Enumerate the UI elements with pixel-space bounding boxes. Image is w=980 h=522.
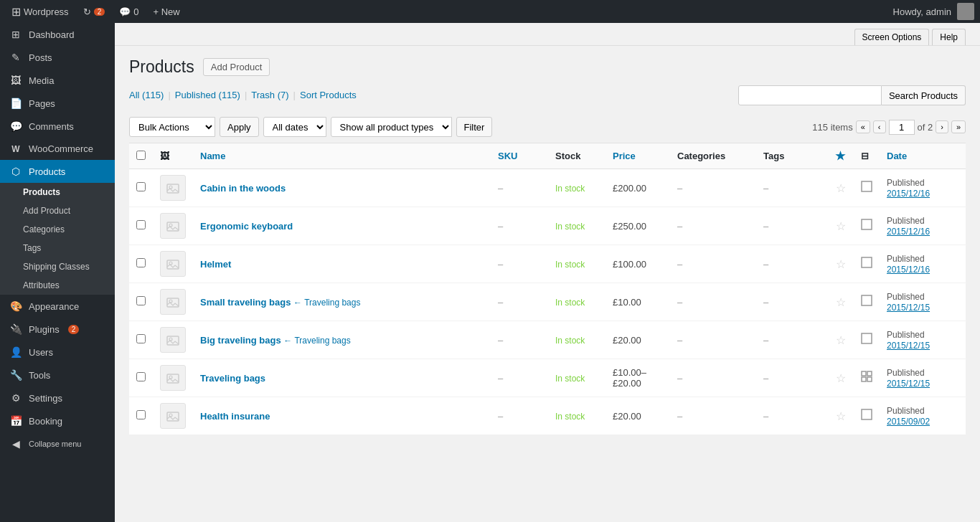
- sidebar-sub-item-shipping-classes[interactable]: Shipping Classes: [0, 257, 115, 276]
- appearance-icon: 🎨: [9, 300, 23, 312]
- row-star-icon[interactable]: ☆: [836, 410, 846, 422]
- add-product-button[interactable]: Add Product: [203, 58, 270, 76]
- avatar[interactable]: [957, 3, 974, 20]
- sidebar-item-comments[interactable]: 💬 Comments: [0, 115, 115, 138]
- sidebar-sub-item-products[interactable]: Products: [0, 183, 115, 201]
- pagination-first-button[interactable]: «: [856, 120, 870, 133]
- sidebar-item-label: Collapse menu: [29, 440, 81, 448]
- product-name-link[interactable]: Big traveling bags: [200, 335, 281, 346]
- product-name-link[interactable]: Traveling bags: [200, 373, 265, 384]
- sidebar-item-tools[interactable]: 🔧 Tools: [0, 364, 115, 386]
- row-date-cell: Published 2015/12/15: [880, 321, 966, 359]
- date-value[interactable]: 2015/12/16: [887, 265, 930, 275]
- filter-all-link[interactable]: All (115): [129, 90, 164, 100]
- row-checkbox[interactable]: [136, 334, 146, 343]
- sidebar-item-collapse[interactable]: ◀ Collapse menu: [0, 432, 115, 455]
- row-checkbox-cell: [129, 283, 153, 321]
- price-col-header[interactable]: Price: [606, 143, 670, 169]
- sidebar-item-pages[interactable]: 📄 Pages: [0, 92, 115, 115]
- screen-options-button[interactable]: Screen Options: [854, 29, 930, 45]
- product-name-link[interactable]: Health insurane: [200, 411, 270, 422]
- date-value[interactable]: 2015/09/02: [887, 417, 930, 427]
- sidebar-item-products[interactable]: ⬡ Products: [0, 160, 115, 183]
- select-all-checkbox[interactable]: [136, 151, 146, 160]
- product-name-link[interactable]: Cabin in the woods: [200, 183, 286, 194]
- page-number-input[interactable]: [889, 120, 915, 135]
- svg-rect-14: [862, 333, 872, 343]
- table-row: Big traveling bags ← Traveling bags – In…: [129, 321, 966, 359]
- sidebar-item-media[interactable]: 🖼 Media: [0, 69, 115, 92]
- wordpress-icon: ⊞: [11, 5, 21, 19]
- pagination-prev-button[interactable]: ‹: [873, 120, 886, 133]
- sidebar-item-settings[interactable]: ⚙ Settings: [0, 386, 115, 409]
- sidebar-sub-item-categories[interactable]: Categories: [0, 220, 115, 239]
- apply-button[interactable]: Apply: [220, 117, 259, 137]
- users-icon: 👤: [9, 346, 23, 358]
- sidebar-item-posts[interactable]: ✎ Posts: [0, 46, 115, 69]
- sidebar-item-label: Tools: [29, 370, 50, 381]
- sidebar-item-users[interactable]: 👤 Users: [0, 341, 115, 364]
- product-thumbnail: [160, 251, 186, 277]
- row-checkbox[interactable]: [136, 182, 146, 191]
- parent-link[interactable]: ← Traveling bags: [293, 298, 360, 308]
- svg-rect-11: [862, 295, 872, 305]
- filter-published-link[interactable]: Published (115): [175, 90, 240, 100]
- updates-link[interactable]: ↻ 2: [77, 6, 111, 17]
- row-star-icon[interactable]: ☆: [836, 334, 846, 346]
- filter-button[interactable]: Filter: [456, 117, 493, 137]
- product-thumbnail: [160, 327, 186, 353]
- filter-trash-link[interactable]: Trash (7): [251, 90, 288, 100]
- search-input[interactable]: [738, 85, 882, 105]
- row-checkbox[interactable]: [136, 410, 146, 419]
- help-button[interactable]: Help: [932, 29, 966, 45]
- svg-point-7: [169, 262, 172, 265]
- product-name-link[interactable]: Small traveling bags: [200, 297, 291, 308]
- sidebar-sub-item-add-product[interactable]: Add Product: [0, 201, 115, 220]
- sidebar-item-booking[interactable]: 📅 Booking: [0, 409, 115, 432]
- date-value[interactable]: 2015/12/15: [887, 341, 930, 351]
- row-star-icon[interactable]: ☆: [836, 258, 846, 270]
- bulk-actions-select[interactable]: Bulk Actions: [129, 117, 215, 137]
- sidebar-sub-item-attributes[interactable]: Attributes: [0, 276, 115, 295]
- date-value[interactable]: 2015/12/15: [887, 379, 930, 389]
- sidebar-item-dashboard[interactable]: ⊞ Dashboard: [0, 23, 115, 46]
- row-thumb-cell: [153, 397, 193, 435]
- row-star-icon[interactable]: ☆: [836, 182, 846, 194]
- sidebar-sub-item-tags[interactable]: Tags: [0, 239, 115, 257]
- row-checkbox[interactable]: [136, 258, 146, 267]
- sku-col-header[interactable]: SKU: [491, 143, 548, 169]
- type-col-header: ⊟: [854, 143, 880, 169]
- date-value[interactable]: 2015/12/15: [887, 303, 930, 313]
- date-value[interactable]: 2015/12/16: [887, 189, 930, 199]
- row-star-icon[interactable]: ☆: [836, 296, 846, 308]
- date-value[interactable]: 2015/12/16: [887, 227, 930, 237]
- comments-link[interactable]: 💬 0: [113, 6, 144, 17]
- product-name-link[interactable]: Helmet: [200, 259, 231, 270]
- row-checkbox[interactable]: [136, 372, 146, 381]
- categories-col-header: Categories: [670, 143, 756, 169]
- pagination-last-button[interactable]: »: [951, 120, 966, 133]
- row-checkbox[interactable]: [136, 296, 146, 305]
- site-name-link[interactable]: ⊞ Wordpress: [6, 5, 75, 19]
- sort-products-link[interactable]: Sort Products: [300, 90, 357, 100]
- pages-icon: 📄: [9, 98, 23, 109]
- date-filter-select[interactable]: All dates: [263, 117, 326, 137]
- row-type-cell: [854, 207, 880, 245]
- pagination-next-button[interactable]: ›: [936, 120, 948, 133]
- row-star-icon[interactable]: ☆: [836, 372, 846, 384]
- row-star-icon[interactable]: ☆: [836, 220, 846, 232]
- date-col-header[interactable]: Date: [880, 143, 966, 169]
- type-filter-select[interactable]: Show all product types: [331, 117, 452, 137]
- sep2: |: [245, 90, 247, 100]
- product-name-link[interactable]: Ergonomic keyboard: [200, 221, 293, 232]
- sidebar-item-label: Settings: [29, 393, 62, 404]
- search-button[interactable]: Search Products: [882, 85, 966, 105]
- sidebar-item-appearance[interactable]: 🎨 Appearance: [0, 295, 115, 318]
- name-col-header[interactable]: Name: [193, 143, 491, 169]
- sidebar-item-woocommerce[interactable]: W WooCommerce: [0, 138, 115, 160]
- row-checkbox[interactable]: [136, 220, 146, 229]
- sidebar-item-plugins[interactable]: 🔌 Plugins 2: [0, 318, 115, 341]
- new-link[interactable]: + New: [147, 6, 185, 17]
- row-stock-cell: In stock: [548, 283, 606, 321]
- parent-link[interactable]: ← Traveling bags: [283, 336, 350, 346]
